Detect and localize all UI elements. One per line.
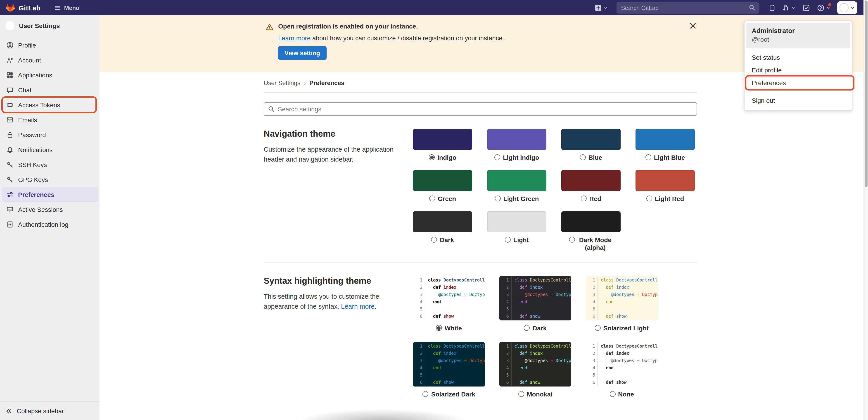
nav-theme-radio-green[interactable]: Green xyxy=(413,195,472,203)
option-label: Dark xyxy=(533,325,547,332)
key-icon xyxy=(6,176,13,183)
breadcrumb-parent-link[interactable]: User Settings xyxy=(264,80,300,86)
option-label: Dark xyxy=(440,236,454,244)
radio-icon[interactable] xyxy=(524,325,530,331)
merge-requests-button[interactable] xyxy=(782,4,796,11)
theme-swatch[interactable] xyxy=(636,170,695,191)
menu-button-label: Menu xyxy=(64,4,80,11)
nav-theme-radio-light[interactable]: Light xyxy=(487,236,547,244)
nav-theme-radio-light-blue[interactable]: Light Blue xyxy=(636,154,695,161)
learn-more-link[interactable]: Learn more xyxy=(278,34,311,42)
help-button[interactable] xyxy=(817,4,831,11)
sidebar-item-account[interactable]: Account xyxy=(2,53,98,67)
collapse-sidebar-button[interactable]: Collapse sidebar xyxy=(0,401,99,420)
radio-icon[interactable] xyxy=(423,391,429,397)
banner-close-button[interactable] xyxy=(689,22,697,30)
nav-theme-radio-red[interactable]: Red xyxy=(561,195,621,203)
nav-theme-radio-light-green[interactable]: Light Green xyxy=(487,195,547,203)
syntax-theme-radio-dark[interactable]: Dark xyxy=(499,325,571,332)
nav-theme-radio-indigo[interactable]: Indigo xyxy=(413,154,472,161)
syntax-theme-radio-white[interactable]: White xyxy=(413,325,485,332)
user-menu-item-sign-out[interactable]: Sign out xyxy=(746,92,850,107)
global-search-input[interactable] xyxy=(617,2,759,13)
nav-theme-radio-blue[interactable]: Blue xyxy=(561,154,621,161)
theme-swatch[interactable] xyxy=(561,129,621,150)
new-menu-button[interactable] xyxy=(594,4,608,11)
radio-icon[interactable] xyxy=(595,325,601,331)
code-preview-solarized-dark[interactable]: 1class DoctypesController <2 def index3 … xyxy=(413,342,485,387)
radio-icon[interactable] xyxy=(646,196,652,201)
learn-more-link[interactable]: Learn more xyxy=(341,303,374,310)
scrollbar-thumb[interactable] xyxy=(865,0,868,187)
sidebar-item-chat[interactable]: Chat xyxy=(2,82,98,97)
sidebar-item-notifications[interactable]: Notifications xyxy=(2,142,98,157)
navbar-left: GitLab Menu xyxy=(5,3,80,13)
sidebar-item-applications[interactable]: Applications xyxy=(2,67,98,82)
radio-selected-icon[interactable] xyxy=(436,325,442,331)
code-preview-white[interactable]: 1class DoctypesController <2 def index3 … xyxy=(413,276,485,321)
radio-icon[interactable] xyxy=(494,154,500,160)
sidebar-item-active-sessions[interactable]: Active Sessions xyxy=(2,202,98,217)
radio-icon[interactable] xyxy=(429,196,435,201)
page-scrollbar[interactable] xyxy=(864,0,868,420)
theme-swatch[interactable] xyxy=(413,170,472,191)
sidebar-item-password[interactable]: Password xyxy=(2,127,98,142)
theme-swatch[interactable] xyxy=(636,129,695,150)
gitlab-tanuki-logo-icon xyxy=(5,3,16,13)
syntax-theme-radio-none[interactable]: None xyxy=(586,391,658,398)
syntax-theme-radio-solarized-dark[interactable]: Solarized Dark xyxy=(413,391,485,398)
radio-icon[interactable] xyxy=(505,237,511,243)
code-preview-monokai[interactable]: 1class DoctypesController <2 def index3 … xyxy=(499,342,571,387)
settings-search-input[interactable] xyxy=(264,102,697,116)
sidebar-item-ssh-keys[interactable]: SSH Keys xyxy=(2,157,98,172)
user-menu-item-set-status[interactable]: Set status xyxy=(746,51,850,64)
nav-theme-radio-light-red[interactable]: Light Red xyxy=(636,195,695,203)
syntax-theme-radio-solarized-light[interactable]: Solarized Light xyxy=(586,325,658,332)
user-menu-item-edit-profile[interactable]: Edit profile xyxy=(746,64,850,77)
menu-button[interactable]: Menu xyxy=(54,4,80,11)
theme-swatch[interactable] xyxy=(413,129,472,150)
top-navbar: GitLab Menu xyxy=(0,0,864,16)
sidebar-item-emails[interactable]: Emails xyxy=(2,112,98,127)
theme-swatch[interactable] xyxy=(487,129,547,150)
theme-swatch[interactable] xyxy=(413,211,472,232)
radio-icon[interactable] xyxy=(581,196,587,201)
sidebar-item-gpg-keys[interactable]: GPG Keys xyxy=(2,172,98,187)
syntax-theme-radio-monokai[interactable]: Monokai xyxy=(499,391,571,398)
option-label: Light Indigo xyxy=(503,154,539,161)
user-avatar xyxy=(5,21,14,30)
code-preview-dark[interactable]: 1class DoctypesController <2 def index3 … xyxy=(499,276,571,321)
close-icon xyxy=(689,25,697,31)
gitlab-home-link[interactable]: GitLab xyxy=(5,3,40,13)
search-icon xyxy=(749,4,755,11)
theme-swatch[interactable] xyxy=(561,211,621,232)
issues-icon xyxy=(768,4,775,11)
todos-button[interactable] xyxy=(802,4,810,11)
nav-theme-radio-light-indigo[interactable]: Light Indigo xyxy=(487,154,547,161)
radio-icon[interactable] xyxy=(610,391,615,397)
theme-swatch[interactable] xyxy=(487,170,547,191)
sidebar-item-profile[interactable]: Profile xyxy=(2,37,98,53)
issues-button[interactable] xyxy=(768,4,775,11)
radio-icon[interactable] xyxy=(495,196,500,201)
sidebar-item-access-tokens[interactable]: Access Tokens xyxy=(2,97,98,112)
user-avatar-button[interactable] xyxy=(837,1,857,14)
sidebar-item-authentication-log[interactable]: Authentication log xyxy=(2,217,98,232)
nav-theme-radio-dark-mode-alpha-[interactable]: Dark Mode (alpha) xyxy=(561,236,621,252)
theme-swatch[interactable] xyxy=(561,170,621,191)
radio-icon[interactable] xyxy=(646,154,651,160)
theme-swatch[interactable] xyxy=(487,211,547,232)
sidebar-item-preferences[interactable]: Preferences xyxy=(2,187,98,202)
code-preview-none[interactable]: 1class DoctypesController <2 def index3 … xyxy=(586,342,658,387)
plus-square-icon xyxy=(594,4,602,11)
user-menu-item-preferences[interactable]: Preferences xyxy=(746,77,850,89)
radio-icon[interactable] xyxy=(569,237,575,243)
radio-selected-icon[interactable] xyxy=(429,154,435,160)
sidebar-nav: ProfileAccountApplicationsChatAccess Tok… xyxy=(0,37,99,232)
radio-icon[interactable] xyxy=(518,391,524,397)
nav-theme-radio-dark[interactable]: Dark xyxy=(413,236,472,244)
view-setting-button[interactable]: View setting xyxy=(278,46,327,60)
radio-icon[interactable] xyxy=(431,237,437,243)
radio-icon[interactable] xyxy=(580,154,586,160)
code-preview-solarized-light[interactable]: 1class DoctypesController <2 def index3 … xyxy=(586,276,658,321)
